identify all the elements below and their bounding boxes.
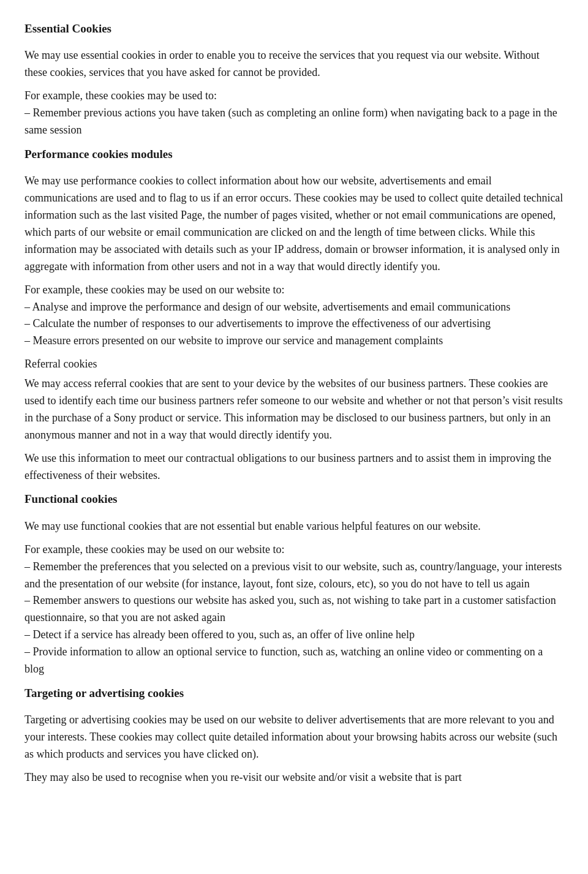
functional-cookies-heading: Functional cookies [24, 490, 564, 508]
essential-cookies-section: Essential Cookies We may use essential c… [24, 20, 564, 139]
performance-cookies-para-1: We may use performance cookies to collec… [24, 173, 564, 275]
functional-cookies-section: Functional cookies We may use functional… [24, 490, 564, 677]
functional-cookies-para-2: For example, these cookies may be used o… [24, 541, 564, 678]
performance-cookies-para-2: For example, these cookies may be used o… [24, 282, 564, 350]
performance-cookies-heading: Performance cookies modules [24, 145, 564, 163]
essential-cookies-heading: Essential Cookies [24, 20, 564, 37]
essential-cookies-para-1: We may use essential cookies in order to… [24, 47, 564, 81]
referral-cookies-heading: Referral cookies [24, 356, 564, 373]
targeting-cookies-section: Targeting or advertising cookies Targeti… [24, 684, 564, 786]
functional-cookies-para-1: We may use functional cookies that are n… [24, 518, 564, 535]
targeting-cookies-heading: Targeting or advertising cookies [24, 684, 564, 702]
referral-cookies-section: Referral cookies We may access referral … [24, 356, 564, 484]
targeting-cookies-para-2: They may also be used to recognise when … [24, 769, 564, 786]
referral-cookies-para-1: We may access referral cookies that are … [24, 375, 564, 444]
page-content: Essential Cookies We may use essential c… [24, 20, 564, 786]
essential-cookies-para-2: For example, these cookies may be used t… [24, 88, 564, 139]
targeting-cookies-para-1: Targeting or advertising cookies may be … [24, 712, 564, 763]
performance-cookies-section: Performance cookies modules We may use p… [24, 145, 564, 350]
referral-cookies-para-2: We use this information to meet our cont… [24, 450, 564, 484]
